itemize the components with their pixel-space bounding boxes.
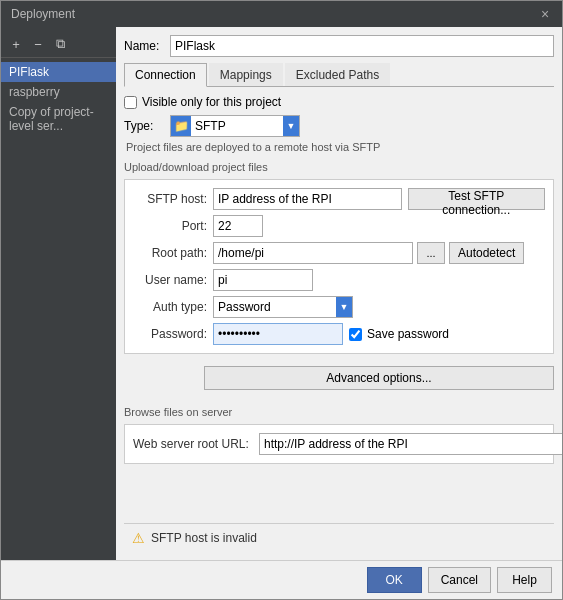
copy-deployment-button[interactable]: ⧉ bbox=[51, 35, 69, 53]
visible-only-row: Visible only for this project bbox=[124, 95, 554, 109]
port-label: Port: bbox=[133, 219, 213, 233]
ok-button[interactable]: OK bbox=[367, 567, 422, 593]
type-select[interactable]: 📁 SFTP ▼ bbox=[170, 115, 300, 137]
dialog-body: + − ⧉ PIFlask raspberry Copy of project-… bbox=[1, 27, 562, 560]
sftp-folder-icon: 📁 bbox=[171, 116, 191, 136]
type-select-arrow: ▼ bbox=[283, 116, 299, 136]
tab-mappings[interactable]: Mappings bbox=[209, 63, 283, 86]
sidebar-item-raspberry[interactable]: raspberry bbox=[1, 82, 116, 102]
warning-bar: ⚠ SFTP host is invalid bbox=[124, 523, 554, 552]
dialog-footer: OK Cancel Help bbox=[1, 560, 562, 599]
sidebar-item-label: raspberry bbox=[9, 85, 60, 99]
auth-type-value: Password bbox=[214, 300, 336, 314]
browse-root-button[interactable]: ... bbox=[417, 242, 445, 264]
username-row: User name: bbox=[133, 269, 545, 291]
browse-server-section: Browse files on server Web server root U… bbox=[124, 396, 554, 472]
auth-type-select[interactable]: Password ▼ bbox=[213, 296, 353, 318]
type-row: Type: 📁 SFTP ▼ bbox=[124, 115, 554, 137]
sidebar-item-label: Copy of project-level ser... bbox=[9, 105, 108, 133]
remove-icon: − bbox=[34, 37, 42, 52]
save-password-checkbox[interactable] bbox=[349, 328, 362, 341]
browse-section-label: Browse files on server bbox=[124, 406, 554, 418]
name-label: Name: bbox=[124, 39, 164, 53]
cancel-button[interactable]: Cancel bbox=[428, 567, 491, 593]
close-button[interactable]: × bbox=[538, 7, 552, 21]
web-root-input[interactable] bbox=[259, 433, 562, 455]
add-deployment-button[interactable]: + bbox=[7, 35, 25, 53]
username-label: User name: bbox=[133, 273, 213, 287]
sidebar: + − ⧉ PIFlask raspberry Copy of project-… bbox=[1, 27, 116, 560]
type-select-value: SFTP bbox=[191, 119, 283, 133]
warning-text: SFTP host is invalid bbox=[151, 531, 257, 545]
name-row: Name: bbox=[124, 35, 554, 57]
help-button[interactable]: Help bbox=[497, 567, 552, 593]
visible-only-checkbox[interactable] bbox=[124, 96, 137, 109]
port-input[interactable] bbox=[213, 215, 263, 237]
sidebar-toolbar: + − ⧉ bbox=[1, 31, 116, 58]
sftp-host-input[interactable] bbox=[213, 188, 402, 210]
remove-deployment-button[interactable]: − bbox=[29, 35, 47, 53]
tabs: Connection Mappings Excluded Paths bbox=[124, 63, 554, 87]
password-row: Password: Save password bbox=[133, 323, 545, 345]
web-root-label: Web server root URL: bbox=[133, 437, 253, 451]
advanced-options-button[interactable]: Advanced options... bbox=[204, 366, 554, 390]
autodetect-button[interactable]: Autodetect bbox=[449, 242, 524, 264]
dialog-title: Deployment bbox=[11, 7, 75, 21]
test-sftp-button[interactable]: Test SFTP connection... bbox=[408, 188, 545, 210]
auth-type-row: Auth type: Password ▼ bbox=[133, 296, 545, 318]
web-root-row: Web server root URL: Open bbox=[133, 433, 545, 455]
password-input[interactable] bbox=[213, 323, 343, 345]
auth-type-label: Auth type: bbox=[133, 300, 213, 314]
main-content: Name: Connection Mappings Excluded Paths… bbox=[116, 27, 562, 560]
copy-icon: ⧉ bbox=[56, 36, 65, 52]
sftp-description: Project files are deployed to a remote h… bbox=[126, 141, 554, 153]
visible-only-label: Visible only for this project bbox=[142, 95, 281, 109]
add-icon: + bbox=[12, 37, 20, 52]
sftp-host-row: SFTP host: Test SFTP connection... bbox=[133, 188, 545, 210]
type-label: Type: bbox=[124, 119, 164, 133]
upload-section-label: Upload/download project files bbox=[124, 161, 554, 173]
auth-select-arrow-icon: ▼ bbox=[336, 297, 352, 317]
save-password-label: Save password bbox=[367, 327, 449, 341]
sidebar-item-label: PIFlask bbox=[9, 65, 49, 79]
password-label: Password: bbox=[133, 327, 213, 341]
name-input[interactable] bbox=[170, 35, 554, 57]
sidebar-item-copy[interactable]: Copy of project-level ser... bbox=[1, 102, 116, 136]
close-icon: × bbox=[541, 6, 549, 22]
tab-excluded-paths[interactable]: Excluded Paths bbox=[285, 63, 390, 86]
sidebar-item-piflask[interactable]: PIFlask bbox=[1, 62, 116, 82]
warning-icon: ⚠ bbox=[132, 530, 145, 546]
port-row: Port: bbox=[133, 215, 545, 237]
save-password-group: Save password bbox=[349, 327, 449, 341]
title-bar-left: Deployment bbox=[11, 7, 75, 21]
root-path-input[interactable] bbox=[213, 242, 413, 264]
root-path-label: Root path: bbox=[133, 246, 213, 260]
root-path-group: ... Autodetect bbox=[213, 242, 524, 264]
username-input[interactable] bbox=[213, 269, 313, 291]
browse-form-group: Web server root URL: Open bbox=[124, 424, 554, 464]
upload-form-group: SFTP host: Test SFTP connection... Port:… bbox=[124, 179, 554, 354]
tab-connection[interactable]: Connection bbox=[124, 63, 207, 87]
root-path-row: Root path: ... Autodetect bbox=[133, 242, 545, 264]
title-bar: Deployment × bbox=[1, 1, 562, 27]
deployment-dialog: Deployment × + − ⧉ PIFlask bbox=[0, 0, 563, 600]
sftp-host-label: SFTP host: bbox=[133, 192, 213, 206]
